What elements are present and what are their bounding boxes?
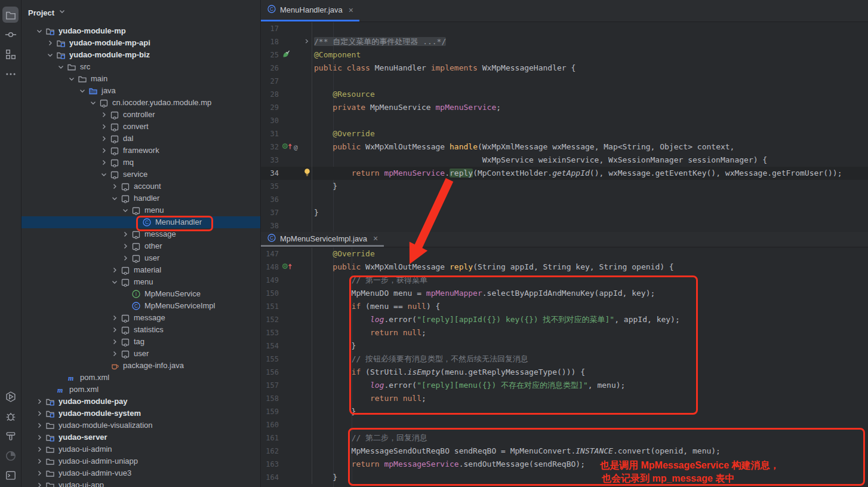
tree-row-framework[interactable]: framework (21, 145, 260, 157)
chevron-right-icon[interactable] (120, 229, 131, 239)
chevron-right-icon[interactable] (34, 409, 45, 418)
commit-icon[interactable] (2, 26, 19, 42)
chevron-right-icon[interactable] (120, 253, 131, 263)
chevron-down-icon[interactable] (99, 170, 109, 179)
gutter: 147 (261, 247, 312, 261)
tree-row-yudao-module-mp[interactable]: yudao-module-mp (21, 25, 260, 37)
tree-row-mpmenuserviceimpl[interactable]: CMpMenuServiceImpl (21, 300, 260, 312)
tab-menuhandler-java[interactable]: C MenuHandler.java × (261, 0, 359, 22)
tree-row-pom-xml[interactable]: mpom.xml (21, 372, 260, 384)
chevron-right-icon[interactable] (109, 265, 120, 275)
tree-row-handler[interactable]: handler (21, 192, 260, 204)
tree-row-yudao-ui-app[interactable]: yudao-ui-app (21, 479, 260, 487)
tree-row-yudao-module-mp-api[interactable]: yudao-module-mp-api (21, 37, 260, 49)
tree-row-pom-xml[interactable]: mpom.xml (21, 384, 260, 396)
tree-row-yudao-ui-admin[interactable]: yudao-ui-admin (21, 443, 260, 455)
chevron-down-icon[interactable] (109, 194, 120, 203)
override-icon[interactable]: O (282, 142, 293, 152)
tree-label: main (88, 73, 107, 85)
tree-row-yudao-module-mp-biz[interactable]: yudao-module-mp-biz (21, 49, 260, 61)
chevron-right-icon[interactable] (45, 38, 56, 48)
tree-row-statistics[interactable]: statistics (21, 324, 260, 336)
chevron-down-icon[interactable] (88, 98, 99, 108)
chevron-down-icon[interactable] (45, 50, 56, 60)
terminal-icon[interactable] (2, 467, 19, 483)
chevron-right-icon[interactable] (99, 146, 109, 155)
tree-row-message[interactable]: message (21, 228, 260, 240)
override-icon[interactable]: O (282, 262, 293, 272)
chevron-right-icon[interactable] (34, 468, 45, 478)
chevron-right-icon[interactable] (120, 241, 131, 251)
tree-row-cn-iocoder-yudao-module-mp[interactable]: cn.iocoder.yudao.module.mp (21, 97, 260, 109)
tree-row-service[interactable]: service (21, 169, 260, 180)
tree-row-java[interactable]: java (21, 85, 260, 97)
tree-row-src[interactable]: src (21, 61, 260, 73)
chevron-right-icon[interactable] (109, 325, 120, 335)
tree-row-mpmenuservice[interactable]: IMpMenuService (21, 288, 260, 300)
at-icon[interactable]: @ (294, 143, 298, 151)
tree-row-yudao-ui-admin-vue3[interactable]: yudao-ui-admin-vue3 (21, 467, 260, 479)
tree-row-message[interactable]: message (21, 312, 260, 324)
chevron-right-icon[interactable] (99, 134, 109, 143)
chevron-right-icon[interactable] (109, 313, 120, 323)
tree-row-yudao-module-pay[interactable]: yudao-module-pay (21, 396, 260, 408)
srcfolder-icon (88, 86, 99, 96)
chevron-right-icon[interactable] (99, 158, 109, 167)
tree-row-mq[interactable]: mq (21, 157, 260, 169)
chevron-right-icon[interactable] (34, 433, 45, 442)
tree-row-user[interactable]: user (21, 348, 260, 360)
tree-row-menu[interactable]: menu (21, 204, 260, 216)
project-panel-header[interactable]: Project (21, 0, 260, 25)
close-icon[interactable]: × (346, 5, 353, 15)
tree-row-menu[interactable]: menu (21, 276, 260, 288)
code-text: return null; (312, 326, 426, 339)
chevron-down-icon[interactable] (109, 277, 120, 287)
tree-row-menuhandler[interactable]: CMenuHandler (21, 216, 260, 228)
tree-row-dal[interactable]: dal (21, 133, 260, 145)
chevron-right-icon[interactable] (34, 397, 45, 406)
tree-row-yudao-module-system[interactable]: yudao-module-system (21, 408, 260, 419)
spring-icon[interactable] (282, 50, 290, 60)
tree-row-controller[interactable]: controller (21, 109, 260, 121)
more-tools-icon[interactable] (2, 66, 19, 82)
tree-row-package-info-java[interactable]: package-info.java (21, 360, 260, 372)
chevron-right-icon[interactable] (34, 480, 45, 487)
chevron-right-icon[interactable] (109, 182, 120, 191)
chevron-right-icon[interactable] (34, 457, 45, 466)
tree-row-main[interactable]: main (21, 73, 260, 85)
chevron-right-icon[interactable] (99, 122, 109, 131)
chevron-right-icon[interactable] (34, 445, 45, 454)
chevron-down-icon[interactable] (56, 62, 66, 72)
chevron-down-icon[interactable] (66, 74, 77, 84)
chevron-right-icon[interactable] (99, 110, 109, 120)
debug-icon[interactable] (2, 408, 19, 424)
structure-icon[interactable] (2, 46, 19, 62)
tree-row-tag[interactable]: tag (21, 336, 260, 348)
build-icon[interactable] (2, 428, 19, 444)
tree-row-other[interactable]: other (21, 240, 260, 252)
tree-row-yudao-ui-admin-uniapp[interactable]: yudao-ui-admin-uniapp (21, 455, 260, 467)
profiler-icon[interactable] (2, 448, 19, 464)
chevron-right-icon[interactable] (109, 349, 120, 359)
chevron-down-icon[interactable] (77, 86, 88, 96)
tree-row-account[interactable]: account (21, 180, 260, 192)
close-icon[interactable]: × (371, 234, 378, 243)
tree-row-yudao-server[interactable]: yudao-server (21, 431, 260, 443)
line-number: 36 (261, 195, 279, 204)
bulb-icon[interactable] (303, 168, 311, 179)
tree-row-material[interactable]: material (21, 264, 260, 276)
tab-mpmenuserviceimpl-java[interactable]: C MpMenuServiceImpl.java × (261, 232, 384, 247)
tree-row-user[interactable]: user (21, 252, 260, 264)
tree-row-yudao-module-visualization[interactable]: yudao-module-visualization (21, 419, 260, 431)
chevron-right-icon[interactable] (34, 421, 45, 430)
services-icon[interactable] (2, 388, 19, 405)
code-area-mpmenuserviceimpl[interactable]: 147 @Override148O public WxMpXmlOutMessa… (261, 247, 868, 487)
chevron-down-icon[interactable] (120, 206, 131, 215)
project-icon[interactable] (2, 7, 19, 23)
fold-icon[interactable] (303, 38, 310, 47)
chevron-down-icon[interactable] (34, 26, 45, 36)
chevron-right-icon[interactable] (109, 337, 120, 347)
code-area-menuhandler[interactable]: 1718/** 自定义菜单的事件处理器 ...*/25@Component26p… (261, 22, 868, 232)
tree-row-convert[interactable]: convert (21, 121, 260, 133)
code-line: 148O public WxMpXmlOutMessage reply(Stri… (261, 261, 868, 274)
